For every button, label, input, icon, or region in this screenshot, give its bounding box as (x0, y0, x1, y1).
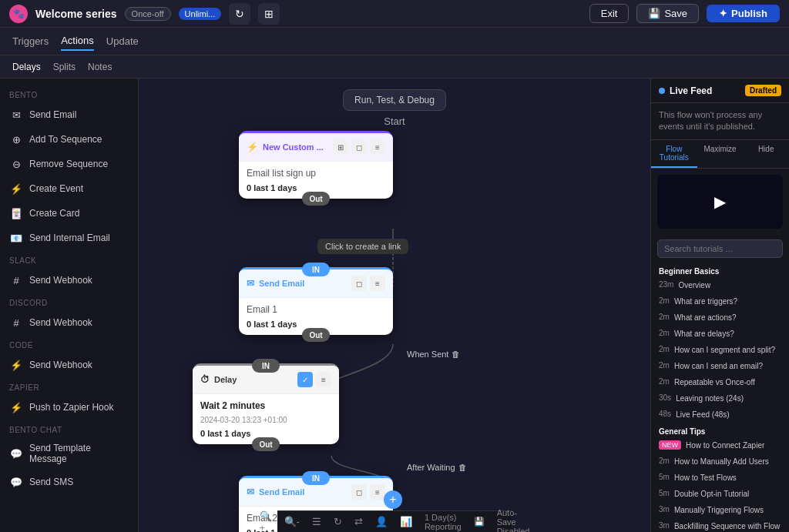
app-logo: 🐾 (9, 5, 28, 23)
sidebar-item-template-message[interactable]: 💬 Send Template Message (0, 437, 138, 470)
grid-icon[interactable]: ⊞ (258, 3, 280, 25)
sidebar-item-slack-webhook[interactable]: # Send Webhook (0, 268, 138, 293)
trigger-lightning-icon: ⚡ (247, 142, 258, 152)
connections-svg (139, 79, 650, 532)
delay-date: 2024-03-20 13:23 +01:00 (200, 416, 331, 424)
sidebar: Bento ✉ Send Email ⊕ Add To Sequence ⊖ R… (0, 79, 139, 532)
zoom-out-icon[interactable]: 🔍- (284, 516, 300, 527)
discord-icon: # (9, 316, 23, 330)
exit-button[interactable]: Exit (589, 4, 630, 23)
refresh-icon[interactable]: ↻ (229, 3, 250, 25)
once-off-badge[interactable]: Once-off (125, 7, 171, 21)
list-icon[interactable]: ☰ (312, 516, 321, 527)
zapier-icon: ⚡ (9, 400, 23, 414)
email1-node-controls: ◻ ≡ (351, 276, 385, 291)
tutorial-item[interactable]: 5m How to Test Flows (651, 470, 789, 486)
tutorial-item[interactable]: 3m Backfilling Sequence with Flow (651, 518, 789, 532)
tab-actions[interactable]: Actions (61, 32, 94, 51)
delay-check-btn[interactable]: ✓ (297, 372, 313, 387)
sub-tab-notes[interactable]: Notes (88, 62, 112, 72)
create-link-tooltip[interactable]: Click to create a link (317, 239, 408, 254)
reporting-icon: 📊 (400, 516, 412, 527)
delay-node-controls: ✓ ≡ (297, 372, 331, 387)
trigger-grid-btn[interactable]: ⊞ (333, 139, 348, 155)
tutorial-item[interactable]: 48s Live Feed (48s) (651, 407, 789, 423)
sidebar-item-send-internal-email[interactable]: 📧 Send Internal Email (0, 226, 138, 250)
sidebar-item-zapier-hook[interactable]: ⚡ Push to Zapier Hook (0, 395, 138, 420)
delay-header-text: Delay (214, 375, 237, 384)
arrows-icon[interactable]: ⇄ (354, 516, 363, 527)
refresh-icon[interactable]: ↻ (334, 516, 342, 527)
tutorial-item[interactable]: 2m How can I segment and split? (651, 342, 789, 358)
create-event-icon: ⚡ (9, 182, 23, 196)
sidebar-item-discord-webhook[interactable]: # Send Webhook (0, 310, 138, 335)
email2-header-text: Send Email (259, 487, 304, 497)
sms-icon: 💬 (9, 475, 23, 489)
email2-toggle-btn[interactable]: ◻ (351, 484, 367, 500)
save-button[interactable]: 💾 Save (636, 4, 699, 23)
zoom-in-icon[interactable]: 🔍+ (260, 510, 272, 533)
autosave-icon: 💾 (474, 517, 485, 527)
tutorial-item[interactable]: 2m How to Manually Add Users (651, 453, 789, 470)
autosave-label: Auto-Save Disabled (497, 508, 530, 533)
tab-triggers[interactable]: Triggers (12, 32, 49, 50)
email2-menu-btn[interactable]: ≡ (370, 484, 385, 500)
email2-icon: ✉ (247, 487, 254, 497)
tutorial-item[interactable]: 2m How can I send an email? (651, 358, 789, 374)
sidebar-item-create-card[interactable]: 🃏 Create Card (0, 201, 138, 226)
delay-menu-btn[interactable]: ≡ (316, 372, 331, 387)
delay-node[interactable]: IN ⏱ Delay ✓ ≡ Wait 2 minutes 2024-03-20… (193, 363, 339, 444)
sidebar-item-send-email[interactable]: ✉ Send Email (0, 102, 138, 127)
tutorial-item[interactable]: 2m What are delays? (651, 326, 789, 342)
template-msg-icon: 💬 (9, 447, 23, 460)
tutorial-item[interactable]: 23m Overview (651, 277, 789, 293)
publish-button[interactable]: ✦ Publish (707, 5, 780, 22)
person-icon[interactable]: 👤 (375, 516, 388, 527)
email1-menu-btn[interactable]: ≡ (370, 276, 385, 291)
save-icon: 💾 (648, 8, 660, 19)
start-label: Start (384, 115, 405, 127)
sub-tab-splits[interactable]: Splits (53, 62, 76, 72)
trigger-node[interactable]: ⚡ New Custom ... ⊞ ◻ ≡ Email list sign u… (239, 131, 393, 199)
panel-tab-hide[interactable]: Hide (743, 140, 789, 168)
tutorial-item[interactable]: 2m What are actions? (651, 309, 789, 326)
tutorial-item[interactable]: NEW How to Connect Zapier (651, 437, 789, 453)
sidebar-item-add-sequence[interactable]: ⊕ Add To Sequence (0, 127, 138, 152)
search-tutorials-input[interactable] (657, 239, 783, 258)
sidebar-section-code: Code (0, 335, 138, 353)
sub-tabs: Delays Splits Notes (0, 55, 789, 79)
internal-email-icon: 📧 (9, 231, 23, 245)
canvas[interactable]: Run, Test, & Debug Start ⚡ New Custom ..… (139, 79, 650, 532)
drafted-badge: Drafted (745, 85, 781, 96)
bottombar: 🔍+ 🔍- ☰ ↻ ⇄ 👤 📊 1 Day(s) Reporting 💾 Aut… (277, 510, 512, 532)
sidebar-item-send-sms[interactable]: 💬 Send SMS (0, 470, 138, 494)
sub-tab-delays[interactable]: Delays (12, 62, 41, 72)
email1-icon: ✉ (247, 278, 254, 289)
delay-clock-icon: ⏱ (200, 374, 210, 385)
tutorial-item[interactable]: 2m What are triggers? (651, 293, 789, 309)
trigger-out-badge: Out (302, 192, 330, 206)
tutorial-item[interactable]: 2m Repeatable vs Once-off (651, 374, 789, 390)
email1-toggle-btn[interactable]: ◻ (351, 276, 367, 291)
trigger-toggle-btn[interactable]: ◻ (351, 139, 367, 155)
sidebar-item-code-webhook[interactable]: ⚡ Send Webhook (0, 353, 138, 377)
trigger-node-controls: ⊞ ◻ ≡ (333, 139, 385, 155)
panel-tab-tutorials[interactable]: Flow Tutorials (651, 140, 697, 168)
unlimited-badge[interactable]: Unlimi... (179, 8, 222, 20)
tutorial-video-thumb[interactable]: ▶ (657, 175, 783, 229)
send-email-1-node[interactable]: IN ✉ Send Email ◻ ≡ Email 1 0 last 1 day… (239, 267, 393, 335)
panel-tab-maximize[interactable]: Maximize (697, 140, 744, 168)
add-node-button[interactable]: + (384, 490, 402, 509)
email1-body-title: Email 1 (247, 304, 385, 315)
tutorial-item[interactable]: 5m Double Opt-in Tutorial (651, 486, 789, 502)
sidebar-item-remove-sequence[interactable]: ⊖ Remove Sequence (0, 152, 138, 176)
tab-update[interactable]: Update (106, 32, 139, 50)
sidebar-section-discord: Discord (0, 293, 138, 310)
canvas-toolbar[interactable]: Run, Test, & Debug (343, 89, 446, 111)
trigger-menu-btn[interactable]: ≡ (370, 139, 385, 155)
sidebar-section-zapier: Zapier (0, 377, 138, 395)
tutorial-item[interactable]: 3m Manually Triggering Flows (651, 502, 789, 518)
tutorial-item[interactable]: 30s Leaving notes (24s) (651, 390, 789, 407)
topbar: 🐾 Welcome series Once-off Unlimi... ↻ ⊞ … (0, 0, 789, 28)
sidebar-item-create-event[interactable]: ⚡ Create Event (0, 176, 138, 201)
